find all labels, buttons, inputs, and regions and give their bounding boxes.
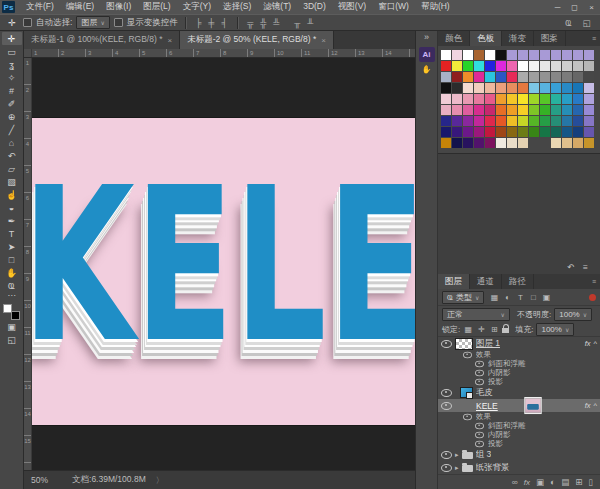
- background-color-swatch[interactable]: [11, 311, 20, 320]
- show-transform-checkbox[interactable]: [114, 18, 123, 27]
- blend-mode-dropdown[interactable]: 正常 ∨: [442, 308, 510, 321]
- color-swatch[interactable]: [474, 50, 484, 60]
- color-swatch[interactable]: [584, 61, 594, 71]
- color-swatch[interactable]: [507, 72, 517, 82]
- layer-thumbnail[interactable]: [455, 338, 473, 350]
- color-swatch[interactable]: [529, 127, 539, 137]
- color-swatch[interactable]: [463, 105, 473, 115]
- color-swatch[interactable]: [529, 94, 539, 104]
- menu-item[interactable]: 3D(D): [297, 1, 332, 13]
- auto-select-checkbox[interactable]: [23, 18, 32, 27]
- color-swatch[interactable]: [463, 50, 473, 60]
- layer-fx-badge[interactable]: fx^: [585, 401, 597, 410]
- menu-item[interactable]: 视图(V): [332, 1, 372, 13]
- color-swatch[interactable]: [452, 83, 462, 93]
- align-middle-icon[interactable]: ╬: [258, 18, 269, 28]
- visibility-eye-icon[interactable]: [475, 369, 484, 375]
- color-swatch[interactable]: [496, 116, 506, 126]
- color-swatch[interactable]: [474, 138, 484, 148]
- history-panel-icon[interactable]: ↶: [567, 262, 574, 272]
- visibility-eye-icon[interactable]: [463, 351, 472, 357]
- color-swatch[interactable]: [551, 116, 561, 126]
- layer-effect-row[interactable]: 内阴影: [438, 430, 600, 439]
- eyedropper-tool-icon[interactable]: ✐: [2, 97, 22, 110]
- canvas-pasteboard[interactable]: KELE: [32, 58, 415, 470]
- color-swatch[interactable]: [551, 83, 561, 93]
- properties-panel-icon[interactable]: ≡: [583, 262, 588, 272]
- layer-effect-row[interactable]: 投影: [438, 439, 600, 448]
- healing-brush-tool-icon[interactable]: ⊕: [2, 110, 22, 123]
- filter-shape-layers-icon[interactable]: □: [528, 293, 538, 302]
- color-swatch[interactable]: [540, 83, 550, 93]
- color-swatch[interactable]: [474, 127, 484, 137]
- layer-name[interactable]: 毛皮: [476, 387, 493, 399]
- align-right-icon[interactable]: ╡: [219, 18, 230, 28]
- align-center-icon[interactable]: ╪: [206, 18, 217, 28]
- color-swatch[interactable]: [496, 50, 506, 60]
- color-swatch[interactable]: [551, 138, 561, 148]
- color-swatch[interactable]: [507, 116, 517, 126]
- color-swatch[interactable]: [474, 83, 484, 93]
- screen-mode-icon[interactable]: ◱: [2, 333, 22, 346]
- edit-toolbar-icon[interactable]: ⋯: [8, 292, 16, 301]
- minimize-button[interactable]: ─: [549, 3, 566, 12]
- visibility-eye-icon[interactable]: [475, 440, 484, 446]
- color-swatch[interactable]: [452, 61, 462, 71]
- color-swatch[interactable]: [496, 127, 506, 137]
- layer-row[interactable]: KELEfx^: [438, 399, 600, 412]
- visibility-eye-icon[interactable]: [441, 402, 452, 410]
- menu-item[interactable]: 滤镜(T): [257, 1, 297, 13]
- color-swatch[interactable]: [529, 61, 539, 71]
- shape-tool-icon[interactable]: □: [2, 253, 22, 266]
- quick-selection-tool-icon[interactable]: ✧: [2, 71, 22, 84]
- collapse-fx-icon[interactable]: ^: [593, 339, 597, 348]
- color-swatch[interactable]: [507, 50, 517, 60]
- color-swatch[interactable]: [551, 105, 561, 115]
- document-tab[interactable]: 未标题-2 @ 50% (KELE, RGB/8) *×: [180, 31, 334, 49]
- path-selection-tool-icon[interactable]: ➤: [2, 240, 22, 253]
- color-swatch[interactable]: [529, 72, 539, 82]
- menu-item[interactable]: 窗口(W): [372, 1, 415, 13]
- swatches-tab[interactable]: 颜色: [438, 31, 470, 46]
- color-swatch[interactable]: [485, 127, 495, 137]
- expand-caret-icon[interactable]: ▸: [455, 451, 459, 459]
- color-swatch[interactable]: [441, 50, 451, 60]
- color-swatch[interactable]: [562, 105, 572, 115]
- color-swatch[interactable]: [452, 138, 462, 148]
- color-swatch[interactable]: [496, 72, 506, 82]
- color-swatch[interactable]: [518, 138, 528, 148]
- align-bottom-icon[interactable]: ╩: [271, 18, 282, 28]
- color-swatch[interactable]: [485, 105, 495, 115]
- color-swatch[interactable]: [584, 50, 594, 60]
- color-swatch[interactable]: [584, 83, 594, 93]
- color-swatch[interactable]: [441, 127, 451, 137]
- delete-layer-icon[interactable]: ▯: [588, 477, 593, 487]
- layers-tab[interactable]: 路径: [502, 274, 534, 289]
- color-swatch[interactable]: [573, 50, 583, 60]
- adjustment-layer-icon[interactable]: ◐: [550, 477, 555, 487]
- dodge-tool-icon[interactable]: ◒: [2, 201, 22, 214]
- layer-row[interactable]: 图层 1fx^: [438, 337, 600, 350]
- layer-thumbnail[interactable]: [460, 387, 473, 398]
- clone-stamp-tool-icon[interactable]: ⌂: [2, 136, 22, 149]
- color-swatch[interactable]: [529, 83, 539, 93]
- menu-item[interactable]: 编辑(E): [60, 1, 100, 13]
- brush-tool-icon[interactable]: ╱: [2, 123, 22, 136]
- color-swatch[interactable]: [507, 138, 517, 148]
- color-swatch[interactable]: [540, 72, 550, 82]
- color-swatch[interactable]: [507, 94, 517, 104]
- color-swatch[interactable]: [441, 138, 451, 148]
- visibility-eye-icon[interactable]: [441, 340, 452, 348]
- visibility-eye-icon[interactable]: [475, 431, 484, 437]
- layer-group-row[interactable]: ▸纸张背景: [438, 461, 600, 474]
- color-swatch[interactable]: [540, 127, 550, 137]
- tab-close-icon[interactable]: ×: [321, 36, 326, 45]
- color-swatch[interactable]: [463, 61, 473, 71]
- layers-menu-icon[interactable]: ≡: [592, 274, 600, 289]
- move-tool-icon[interactable]: ✛: [2, 32, 22, 45]
- color-swatch[interactable]: [584, 94, 594, 104]
- color-swatch[interactable]: [496, 138, 506, 148]
- expand-caret-icon[interactable]: ▸: [455, 464, 459, 472]
- color-swatch[interactable]: [518, 50, 528, 60]
- history-brush-tool-icon[interactable]: ↶: [2, 149, 22, 162]
